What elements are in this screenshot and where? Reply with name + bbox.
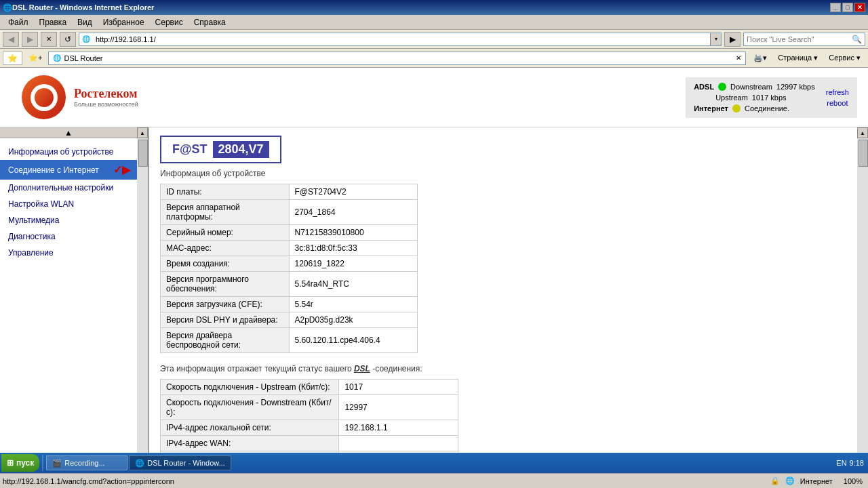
model-text: 2804,V7 <box>213 141 269 158</box>
table-row: Версия загрузчика (CFE): 5.54r <box>161 297 418 312</box>
menu-help[interactable]: Справка <box>189 16 231 28</box>
field-label: Версия DSL PHY и драйвера: <box>161 312 290 328</box>
device-title-box: F@ST 2804,V7 <box>160 136 281 163</box>
page-button[interactable]: Страница ▾ <box>773 52 823 64</box>
field-label: МАС-адрес: <box>161 241 290 256</box>
page-label: Страница <box>778 54 812 62</box>
tab-close[interactable]: ✕ <box>736 54 741 62</box>
logo-circle <box>22 75 66 119</box>
zoom-level: 100% <box>844 477 863 485</box>
recording-icon: 🎬 <box>52 459 62 468</box>
field-value: 3c:81:d8:0f:5c:33 <box>289 241 418 256</box>
maximize-button[interactable]: □ <box>842 3 853 12</box>
field-label: Версия аппаратной платформы: <box>161 200 290 225</box>
title-bar: 🌐 DSL Router - Windows Internet Explorer… <box>0 0 868 15</box>
sidebar-item-wlan[interactable]: Настройка WLAN <box>0 196 137 212</box>
security-icon: 🔒 <box>770 476 780 485</box>
tab-bar: 🌐 DSL Router ✕ <box>48 52 746 65</box>
table-row: Версия аппаратной платформы: 2704_1864 <box>161 200 418 225</box>
refresh-reboot-panel: refresh reboot <box>826 88 849 107</box>
connection-label: Соединение. <box>745 104 789 113</box>
sidebar-item-internet[interactable]: Соединение с Интернет ✓▶ <box>0 160 137 180</box>
taskbar-item-browser[interactable]: 🌐 DSL Router - Window... <box>129 455 231 470</box>
search-button[interactable]: 🔍 <box>849 35 865 44</box>
title-bar-text: DSL Router - Windows Internet Explorer <box>12 3 154 12</box>
menu-favorites[interactable]: Избранное <box>98 16 150 28</box>
main-scroll-track[interactable] <box>857 138 868 465</box>
service-label: Сервис <box>829 54 854 62</box>
field-value: 5.54ra4N_RTC <box>289 272 418 297</box>
field-label: IPv4-адрес локальной сети: <box>161 420 339 436</box>
sidebar-scrollbar: ▲ ▼ <box>137 127 148 476</box>
back-button[interactable]: ◀ <box>3 32 19 47</box>
sidebar-item-management[interactable]: Управление <box>0 245 137 261</box>
refresh-link[interactable]: refresh <box>826 88 849 96</box>
downstream-label: Downstream <box>730 83 772 91</box>
field-label: IPv4-адрес WAN: <box>161 436 339 451</box>
field-value: 12997 <box>339 395 458 420</box>
search-input[interactable] <box>744 33 849 45</box>
sidebar-item-multimedia[interactable]: Мультимедиа <box>0 212 137 228</box>
minimize-button[interactable]: _ <box>830 3 841 12</box>
upstream-label: Upstream <box>715 94 748 102</box>
upstream-value: 1017 kbps <box>752 94 787 102</box>
menu-file[interactable]: Файл <box>3 16 34 28</box>
title-bar-controls: _ □ ✕ <box>830 3 865 12</box>
taskbar: ⊞ пуск 🎬 Recording... 🌐 DSL Router - Win… <box>0 453 868 473</box>
logo-area: Ростелеком Больше возможностей <box>11 70 149 125</box>
internet-indicator <box>732 104 741 113</box>
field-label: Время создания: <box>161 256 290 272</box>
table-row: IPv4-адрес локальной сети: 192.168.1.1 <box>161 420 458 436</box>
print-button[interactable]: 🖨️▾ <box>749 52 772 64</box>
field-label: Версия загрузчика (CFE): <box>161 297 290 312</box>
refresh-nav-button[interactable]: ↺ <box>60 32 76 47</box>
sidebar-item-diagnostics[interactable]: Диагностика <box>0 228 137 245</box>
add-favorites-button[interactable]: ⭐+ <box>25 52 45 64</box>
table-row: IPv4-адрес WAN: <box>161 436 458 451</box>
address-bar: ◀ ▶ ✕ ↺ 🌐 ▾ ▶ 🔍 <box>0 30 868 49</box>
menu-edit[interactable]: Правка <box>34 16 73 28</box>
favorites-button[interactable]: ⭐ <box>3 52 22 65</box>
sidebar-item-advanced[interactable]: Дополнительные настройки <box>0 180 137 196</box>
device-header: F@ST 2804,V7 <box>160 136 846 163</box>
sidebar-scroll-up-btn[interactable]: ▲ <box>137 127 148 138</box>
service-toolbar-button[interactable]: Сервис ▾ <box>824 52 865 64</box>
lang-indicator: EN <box>836 459 846 467</box>
address-input[interactable] <box>93 33 710 45</box>
sidebar-item-info[interactable]: Информация об устройстве <box>0 144 137 160</box>
fast-text: F@ST <box>172 142 208 157</box>
recording-label: Recording... <box>64 459 104 467</box>
menu-view[interactable]: Вид <box>72 16 98 28</box>
windows-logo: ⊞ <box>7 458 14 468</box>
reboot-link[interactable]: reboot <box>827 99 848 107</box>
tab-label[interactable]: DSL Router <box>64 54 102 62</box>
field-label: ID платы: <box>161 184 290 200</box>
close-button[interactable]: ✕ <box>854 3 865 12</box>
company-name: Ростелеком <box>74 87 138 101</box>
field-label: Версия программного обеспечения: <box>161 272 290 297</box>
taskbar-right: EN 9:18 <box>836 459 867 467</box>
start-label: пуск <box>16 458 34 468</box>
address-dropdown[interactable]: ▾ <box>710 33 721 45</box>
field-label: Серийный номер: <box>161 225 290 241</box>
field-value: 120619_1822 <box>289 256 418 272</box>
status-right: 🔒 🌐 Интернет 100% <box>770 476 863 485</box>
start-button[interactable]: ⊞ пуск <box>1 454 39 472</box>
stop-button[interactable]: ✕ <box>41 32 57 47</box>
sidebar-scroll-track[interactable] <box>137 138 148 465</box>
menu-service[interactable]: Сервис <box>150 16 189 28</box>
field-value: N71215839010800 <box>289 225 418 241</box>
forward-button[interactable]: ▶ <box>22 32 38 47</box>
sidebar-scroll-up[interactable]: ▲ <box>0 127 137 138</box>
go-button[interactable]: ▶ <box>724 32 741 47</box>
main-scroll-up-btn[interactable]: ▲ <box>857 127 868 138</box>
status-panel: ADSL Downstream 12997 kbps Upstream 1017… <box>686 77 857 118</box>
table-row: Серийный номер: N71215839010800 <box>161 225 418 241</box>
sidebar-scroll-thumb[interactable] <box>138 140 148 167</box>
toolbar-right: 🖨️▾ Страница ▾ Сервис ▾ <box>749 52 865 64</box>
internet-label: Интернет <box>694 104 728 113</box>
taskbar-item-recording[interactable]: 🎬 Recording... <box>46 455 127 470</box>
downstream-value: 12997 kbps <box>776 83 815 91</box>
main-scroll-thumb[interactable] <box>859 140 868 167</box>
table-row: Скорость подключения - Upstream (Кбит/с)… <box>161 380 458 395</box>
